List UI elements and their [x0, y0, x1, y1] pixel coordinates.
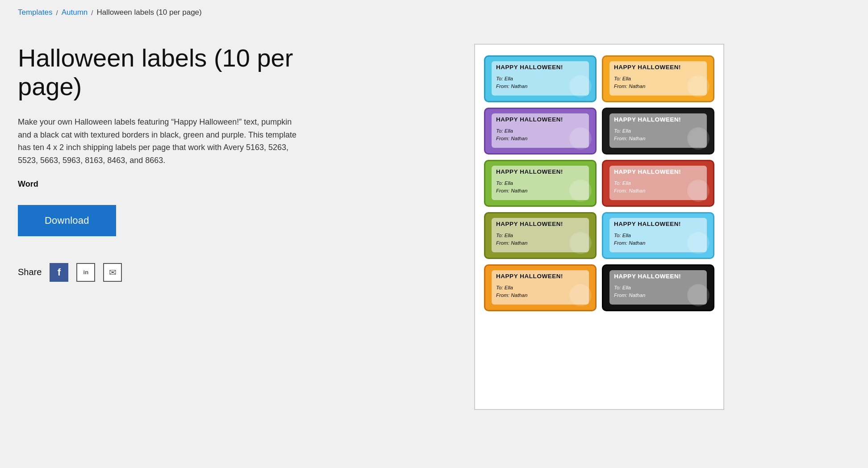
label-to-4: To: Ella: [496, 180, 584, 187]
label-title-5: HAPPY HALLOWEEN!: [614, 168, 702, 175]
label-title-7: HAPPY HALLOWEEN!: [614, 221, 702, 227]
description: Make your own Halloween labels featuring…: [18, 116, 304, 167]
share-label: Share: [18, 267, 42, 277]
label-card-3: HAPPY HALLOWEEN!To: EllaFrom: Nathan: [602, 108, 714, 155]
label-card-0: HAPPY HALLOWEEN!To: EllaFrom: Nathan: [484, 55, 597, 102]
page-wrapper: Templates / Autumn / Halloween labels (1…: [0, 0, 868, 468]
email-share-button[interactable]: ✉: [103, 263, 122, 282]
label-from-5: From: Nathan: [614, 187, 702, 195]
label-title-2: HAPPY HALLOWEEN!: [496, 116, 584, 123]
label-sheet: HAPPY HALLOWEEN!To: EllaFrom: NathanHAPP…: [474, 44, 724, 410]
label-title-0: HAPPY HALLOWEEN!: [496, 64, 584, 71]
label-title-3: HAPPY HALLOWEEN!: [614, 116, 702, 123]
label-title-6: HAPPY HALLOWEEN!: [496, 221, 584, 227]
label-card-7: HAPPY HALLOWEEN!To: EllaFrom: Nathan: [602, 212, 714, 259]
breadcrumb: Templates / Autumn / Halloween labels (1…: [18, 8, 850, 17]
label-from-1: From: Nathan: [614, 83, 702, 90]
breadcrumb-templates[interactable]: Templates: [18, 8, 52, 17]
label-from-3: From: Nathan: [614, 135, 702, 142]
label-to-3: To: Ella: [614, 127, 702, 135]
label-card-8: HAPPY HALLOWEEN!To: EllaFrom: Nathan: [484, 264, 597, 311]
label-card-5: HAPPY HALLOWEEN!To: EllaFrom: Nathan: [602, 160, 714, 207]
label-title-9: HAPPY HALLOWEEN!: [614, 273, 702, 280]
share-row: Share f in ✉: [18, 263, 321, 282]
facebook-share-button[interactable]: f: [50, 263, 68, 282]
label-from-0: From: Nathan: [496, 83, 584, 90]
breadcrumb-sep-2: /: [91, 9, 93, 17]
breadcrumb-sep-1: /: [56, 9, 58, 17]
label-card-1: HAPPY HALLOWEEN!To: EllaFrom: Nathan: [602, 55, 714, 102]
label-to-8: To: Ella: [496, 284, 584, 292]
breadcrumb-autumn[interactable]: Autumn: [62, 8, 88, 17]
label-from-6: From: Nathan: [496, 239, 584, 247]
label-to-5: To: Ella: [614, 180, 702, 187]
page-title: Halloween labels (10 per page): [18, 44, 321, 101]
label-to-9: To: Ella: [614, 284, 702, 292]
label-title-8: HAPPY HALLOWEEN!: [496, 273, 584, 280]
label-to-0: To: Ella: [496, 75, 584, 83]
label-from-2: From: Nathan: [496, 135, 584, 142]
right-panel: HAPPY HALLOWEEN!To: EllaFrom: NathanHAPP…: [348, 44, 850, 410]
label-from-4: From: Nathan: [496, 187, 584, 195]
label-title-4: HAPPY HALLOWEEN!: [496, 168, 584, 175]
file-type: Word: [18, 180, 321, 189]
left-panel: Halloween labels (10 per page) Make your…: [18, 44, 321, 282]
label-card-4: HAPPY HALLOWEEN!To: EllaFrom: Nathan: [484, 160, 597, 207]
label-to-6: To: Ella: [496, 232, 584, 239]
label-grid: HAPPY HALLOWEEN!To: EllaFrom: NathanHAPP…: [484, 55, 714, 311]
label-from-8: From: Nathan: [496, 292, 584, 299]
breadcrumb-current: Halloween labels (10 per page): [96, 8, 201, 17]
download-button[interactable]: Download: [18, 205, 116, 236]
main-content: Halloween labels (10 per page) Make your…: [18, 44, 850, 410]
label-card-9: HAPPY HALLOWEEN!To: EllaFrom: Nathan: [602, 264, 714, 311]
label-to-7: To: Ella: [614, 232, 702, 239]
label-card-2: HAPPY HALLOWEEN!To: EllaFrom: Nathan: [484, 108, 597, 155]
label-to-1: To: Ella: [614, 75, 702, 83]
label-to-2: To: Ella: [496, 127, 584, 135]
label-from-7: From: Nathan: [614, 239, 702, 247]
label-from-9: From: Nathan: [614, 292, 702, 299]
linkedin-share-button[interactable]: in: [76, 263, 95, 282]
label-card-6: HAPPY HALLOWEEN!To: EllaFrom: Nathan: [484, 212, 597, 259]
label-title-1: HAPPY HALLOWEEN!: [614, 64, 702, 71]
